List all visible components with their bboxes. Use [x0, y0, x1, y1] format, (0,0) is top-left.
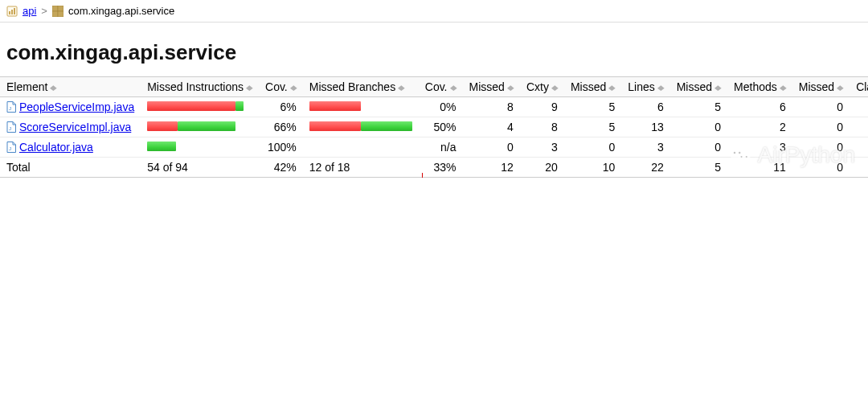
- instr-bar-cell: [141, 137, 259, 158]
- file-link[interactable]: Calculator.java: [19, 141, 93, 154]
- lines-value: 6: [621, 97, 669, 117]
- lines-value: 13: [621, 117, 669, 137]
- classes-value: 1: [850, 117, 868, 137]
- sort-icon: ◆: [450, 84, 457, 92]
- missed-ln-value: 0: [564, 137, 621, 158]
- cxty-value: 9: [520, 97, 564, 117]
- col-methods[interactable]: Methods◆: [727, 77, 792, 97]
- col-cov-branch[interactable]: Cov.◆: [419, 77, 463, 97]
- table-header-row: Element◆ Missed Instructions◆ Cov.◆ Miss…: [0, 77, 868, 97]
- col-missed-ln[interactable]: Missed◆: [564, 77, 621, 97]
- package-icon: [52, 6, 63, 17]
- instr-bar-cell: [141, 97, 259, 117]
- missed-cx-value: 0: [463, 137, 520, 158]
- sort-icon: ◆: [398, 84, 404, 92]
- missed-instr-bar: [147, 101, 235, 111]
- col-missed-mt[interactable]: Missed◆: [670, 77, 727, 97]
- page-title: com.xingag.api.service: [6, 40, 868, 65]
- instr-bar-cell: [141, 117, 259, 137]
- svg-text:J: J: [9, 126, 11, 131]
- svg-rect-3: [14, 8, 15, 14]
- col-lines[interactable]: Lines◆: [621, 77, 669, 97]
- methods-value: 2: [727, 117, 792, 137]
- total-lines: 22: [621, 158, 669, 178]
- col-missed-instructions[interactable]: Missed Instructions◆: [141, 77, 259, 97]
- table-row: JPeopleServiceImp.java6%0%89565601: [0, 97, 868, 117]
- java-file-icon: J: [6, 121, 16, 133]
- missed-cl-value: 0: [792, 137, 850, 158]
- sort-icon: ◆: [608, 84, 615, 92]
- covered-branch-bar: [361, 121, 412, 131]
- sort-icon: ◆: [837, 84, 843, 92]
- missed-branch-bar: [309, 101, 361, 111]
- sort-icon: ◆: [507, 84, 514, 92]
- sort-icon: ◆: [657, 84, 664, 92]
- svg-text:J: J: [9, 106, 11, 111]
- missed-mt-value: 0: [670, 137, 727, 158]
- lines-value: 3: [621, 137, 669, 158]
- sort-icon: ◆: [780, 84, 786, 92]
- missed-ln-value: 5: [564, 117, 621, 137]
- breadcrumb-root-link[interactable]: api: [23, 5, 36, 17]
- cxty-value: 8: [520, 117, 564, 137]
- total-label: Total: [0, 158, 141, 178]
- branch-bar-cell: [303, 137, 419, 158]
- missed-mt-value: 5: [670, 97, 727, 117]
- total-missed-mt: 5: [670, 158, 727, 178]
- svg-rect-7: [58, 11, 63, 17]
- java-file-icon: J: [6, 101, 16, 113]
- col-cxty[interactable]: Cxty◆: [520, 77, 564, 97]
- covered-instr-bar: [147, 142, 176, 151]
- breadcrumb-package-label: com.xingag.api.service: [68, 5, 174, 17]
- sort-icon: ◆: [246, 84, 252, 92]
- cov-branch-value: n/a: [419, 137, 463, 158]
- branch-bar-cell: [303, 117, 419, 137]
- col-cov-instr[interactable]: Cov.◆: [259, 77, 303, 97]
- methods-value: 6: [727, 97, 792, 117]
- missed-mt-value: 0: [670, 117, 727, 137]
- total-cov-instr: 42%: [259, 158, 303, 178]
- sort-icon: ◆: [714, 84, 721, 92]
- cov-branch-value: 0%: [419, 97, 463, 117]
- svg-rect-1: [9, 11, 10, 14]
- covered-instr-bar: [178, 121, 235, 131]
- col-classes[interactable]: Classes◆: [850, 77, 868, 97]
- methods-value: 3: [727, 137, 792, 158]
- coverage-table: Element◆ Missed Instructions◆ Cov.◆ Miss…: [0, 76, 868, 178]
- missed-ln-value: 5: [564, 97, 621, 117]
- sort-icon: ◆: [290, 84, 297, 92]
- table-row: JScoreServiceImpl.java66%50%485130201: [0, 117, 868, 137]
- missed-branch-bar: [309, 121, 361, 131]
- col-missed-cx[interactable]: Missed◆: [463, 77, 520, 97]
- total-methods: 11: [727, 158, 792, 178]
- missed-cl-value: 0: [792, 117, 850, 137]
- total-missed-ln: 10: [564, 158, 621, 178]
- cov-instr-value: 100%: [259, 137, 303, 158]
- total-instr-text: 54 of 94: [141, 158, 259, 178]
- missed-instr-bar: [147, 121, 178, 131]
- total-missed-cl: 0: [792, 158, 850, 178]
- cov-instr-value: 6%: [259, 97, 303, 117]
- col-missed-cl[interactable]: Missed◆: [792, 77, 850, 97]
- total-cov-branch: 33%: [419, 158, 463, 178]
- svg-rect-2: [11, 10, 13, 14]
- svg-rect-6: [52, 11, 58, 17]
- col-missed-branches[interactable]: Missed Branches◆: [303, 77, 419, 97]
- sort-icon: ◆: [551, 84, 558, 92]
- cxty-value: 3: [520, 137, 564, 158]
- cov-branch-value: 50%: [419, 117, 463, 137]
- svg-rect-5: [58, 6, 63, 11]
- branch-bar-cell: [303, 97, 419, 117]
- total-branch-text: 12 of 18: [303, 158, 419, 178]
- missed-cx-value: 4: [463, 117, 520, 137]
- svg-text:J: J: [9, 146, 11, 151]
- cov-instr-value: 66%: [259, 117, 303, 137]
- file-link[interactable]: ScoreServiceImpl.java: [19, 121, 131, 133]
- breadcrumb: api > com.xingag.api.service: [0, 0, 868, 23]
- col-element[interactable]: Element◆: [0, 77, 141, 97]
- total-cxty: 20: [520, 158, 564, 178]
- sort-icon: ◆: [50, 84, 56, 92]
- covered-instr-bar: [235, 101, 244, 111]
- file-link[interactable]: PeopleServiceImp.java: [19, 100, 134, 113]
- report-icon: [6, 6, 18, 17]
